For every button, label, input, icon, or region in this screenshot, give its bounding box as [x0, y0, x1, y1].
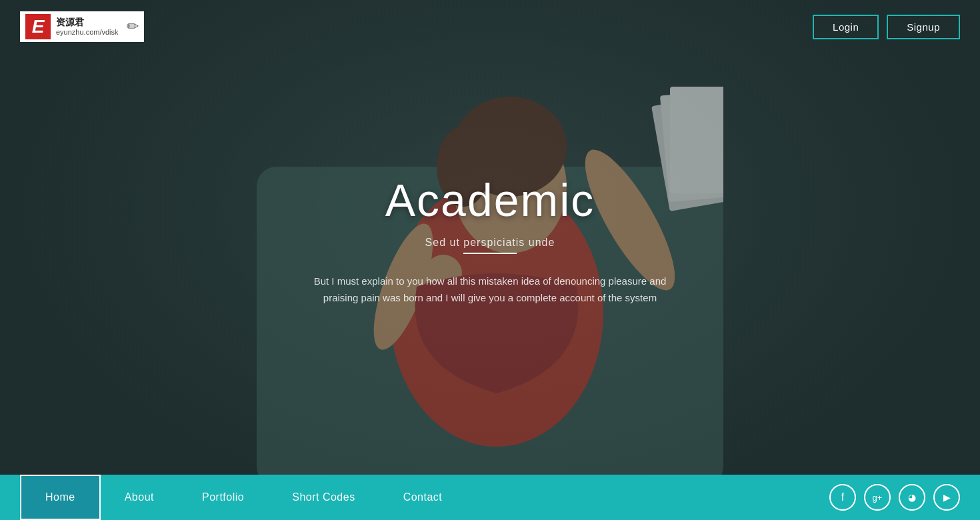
svg-rect-7 [670, 87, 723, 193]
googleplus-icon[interactable]: g+ [864, 484, 891, 511]
logo-url: eyunzhu.com/vdisk [56, 28, 119, 37]
instagram-icon[interactable]: ◕ [899, 484, 925, 511]
logo[interactable]: E 资源君 eyunzhu.com/vdisk ✏ [20, 11, 144, 42]
logo-letter: E [25, 14, 51, 39]
hero-content: Academic Sed ut perspiciatis unde But I … [303, 174, 677, 307]
bottom-nav: Home About Portfolio Short Codes Contact… [0, 475, 980, 520]
hero-body-text: But I must explain to you how all this m… [303, 273, 677, 307]
nav-links: Home About Portfolio Short Codes Contact [20, 475, 466, 520]
nav-item-contact[interactable]: Contact [379, 475, 467, 520]
nav-item-portfolio[interactable]: Portfolio [178, 475, 268, 520]
signup-button[interactable]: Signup [887, 15, 960, 39]
youtube-icon[interactable]: ▶ [933, 484, 960, 511]
header: E 资源君 eyunzhu.com/vdisk ✏ Login Signup [0, 0, 980, 53]
hero-subtitle: Sed ut perspiciatis unde [303, 237, 677, 249]
nav-item-home[interactable]: Home [20, 475, 101, 520]
hero-divider [463, 253, 517, 254]
login-button[interactable]: Login [813, 15, 879, 39]
nav-item-shortcodes[interactable]: Short Codes [268, 475, 379, 520]
social-icons: f g+ ◕ ▶ [829, 484, 960, 511]
nav-item-about[interactable]: About [101, 475, 178, 520]
hero-title: Academic [303, 174, 677, 226]
logo-text: 资源君 eyunzhu.com/vdisk [56, 17, 119, 37]
hero-section: E 资源君 eyunzhu.com/vdisk ✏ Login Signup A… [0, 0, 980, 520]
header-buttons: Login Signup [813, 15, 960, 39]
pencil-icon: ✏ [127, 18, 139, 35]
logo-chinese: 资源君 [56, 17, 119, 28]
facebook-icon[interactable]: f [829, 484, 856, 511]
